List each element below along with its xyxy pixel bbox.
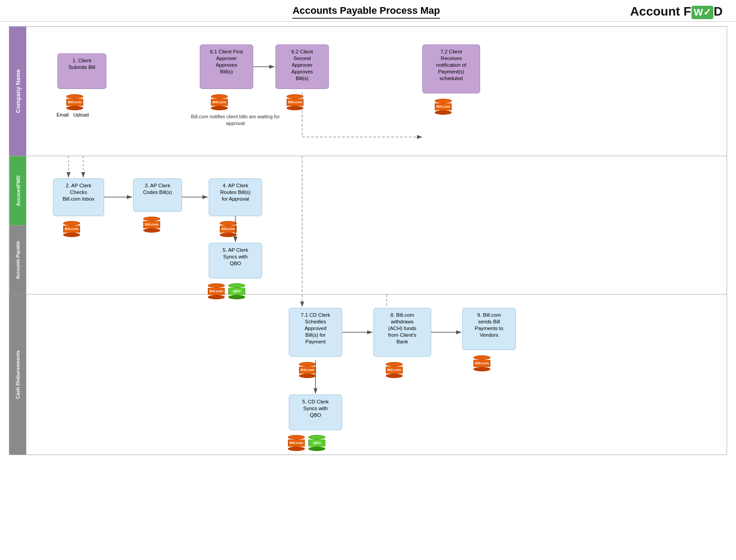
box-71-cd-schedules: 7.1 CD ClerkSchedlesApprovedBill(s) forP… (289, 308, 342, 357)
box-61-label: 6.1 Client FirstApproverApprovesBill(s) (210, 48, 243, 75)
swimlane-cash: Cash Disbursements 7.1 CD ClerkSchedlesA… (9, 294, 727, 455)
box-5-ap-label: 5. AP ClerkSyncs withQBO (222, 247, 248, 267)
swimlane-cash-label: Cash Disbursements (9, 294, 26, 455)
box-4-ap-routes: 4. AP ClerkRoutes Bill(s)for Approval (209, 178, 262, 216)
db-box5cd: Bill.com QBO (288, 433, 325, 451)
box-5-cd-label: 5. CD ClerkSyncs withQBO (302, 399, 328, 419)
box-62-second-approver: 6.2 ClientSecondApproverApprovesBill(s) (275, 44, 329, 89)
box-1-label: 1. ClientSubmits Bill (69, 57, 95, 71)
box-9-label: 9. Bill.comsends BillPayments toVendors (475, 312, 503, 338)
box-9-sends-payments: 9. Bill.comsends BillPayments toVendors (462, 308, 516, 350)
title-area: Accounts Payable Process Map (102, 5, 630, 19)
swimlane-ap: AccountFWD Accounts Payable 2. AP ClerkC… (9, 156, 727, 294)
page-title: Accounts Payable Process Map (292, 5, 440, 19)
swimlane-ap-label: Accounts Payable (9, 226, 26, 294)
box-8-ach: 8. Bill.comwithdraws(ACH) fundsfrom Clie… (373, 308, 431, 357)
logo-accent: W✓ (692, 6, 713, 19)
upload-label: Upload (73, 112, 89, 117)
swimlane-accountfwd-label: AccountFWD (9, 156, 26, 226)
swimlane-company-content: 1. ClientSubmits Bill Bill.com Email Upl… (26, 27, 727, 156)
db-box1: Bill.com (66, 93, 83, 110)
box-4-label: 4. AP ClerkRoutes Bill(s)for Approval (220, 182, 251, 202)
header: Accounts Payable Process Map Account FW✓… (0, 0, 736, 22)
box-71-label: 7.1 CD ClerkSchedlesApprovedBill(s) forP… (301, 312, 330, 345)
company-arrows (26, 27, 727, 156)
box-62-label: 6.2 ClientSecondApproverApprovesBill(s) (291, 48, 313, 82)
swimlane-ap-labels: AccountFWD Accounts Payable (9, 156, 26, 294)
swimlane-ap-content: 2. AP ClerkChecksBill.com Inbox Bill.com… (26, 156, 727, 294)
db-box62: Bill.com (287, 93, 303, 110)
box-8-label: 8. Bill.comwithdraws(ACH) fundsfrom Clie… (388, 312, 417, 345)
db-box8: Bill.com (386, 360, 403, 378)
box-61-first-approver: 6.1 Client FirstApproverApprovesBill(s) (200, 44, 253, 89)
sub-labels: Email Upload (57, 112, 89, 117)
box-1-client-submits: 1. ClientSubmits Bill (57, 53, 106, 89)
box-5-cd-syncs: 5. CD ClerkSyncs withQBO (289, 395, 342, 430)
db-box61: Bill.com (211, 93, 228, 110)
box-2-ap-checks: 2. AP ClerkChecksBill.com Inbox (53, 178, 104, 216)
diagram-container: Company Name 1. ClientSubmits Bill Bill.… (9, 26, 727, 455)
swimlane-company: Company Name 1. ClientSubmits Bill Bill.… (9, 27, 727, 156)
ap-arrows (26, 156, 727, 294)
box-72-label: 7.2 ClientReceivesnotification ofPayment… (436, 48, 466, 82)
db-box2: Bill.com (63, 219, 80, 237)
db-box9: Bill.com (473, 354, 490, 371)
swimlane-company-label: Company Name (9, 27, 26, 156)
box-72-client-notification: 7.2 ClientReceivesnotification ofPayment… (422, 44, 480, 93)
box-2-label: 2. AP ClerkChecksBill.com Inbox (63, 182, 95, 202)
swimlane-cash-content: 7.1 CD ClerkSchedlesApprovedBill(s) forP… (26, 294, 727, 455)
db-box71: Bill.com (299, 360, 316, 378)
box-5-ap-syncs: 5. AP ClerkSyncs withQBO (209, 243, 262, 278)
db-box4: Bill.com (220, 219, 237, 237)
logo: Account FW✓D (630, 4, 723, 19)
annotation-approval: Bill.com notifies client bills are waiti… (184, 113, 287, 127)
email-label: Email (57, 112, 69, 117)
box-3-label: 3. AP ClerkCodes Bill(s) (143, 182, 172, 196)
db-box72: Bill.com (435, 97, 452, 115)
db-box3: Bill.com (143, 215, 160, 233)
box-3-ap-codes: 3. AP ClerkCodes Bill(s) (133, 178, 182, 212)
